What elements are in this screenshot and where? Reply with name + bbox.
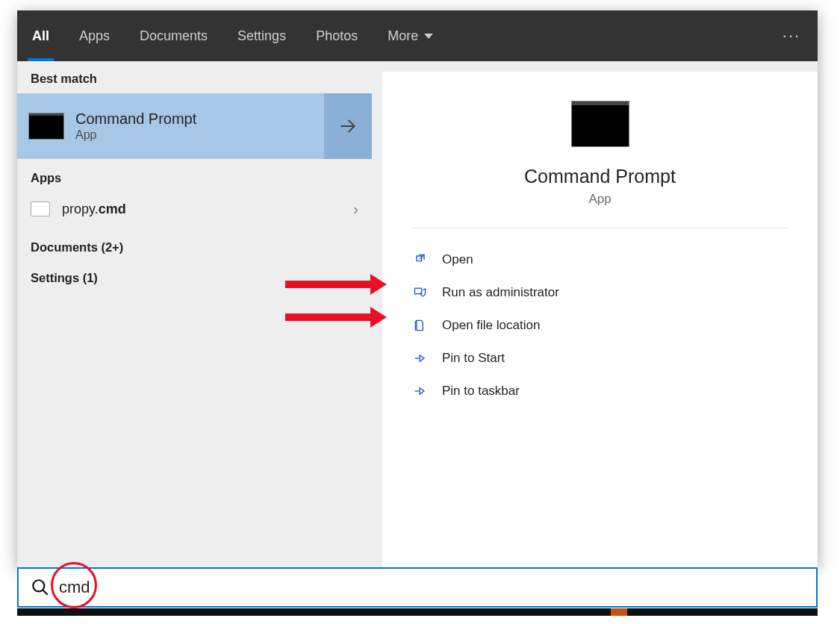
search-bar[interactable] (17, 567, 818, 608)
search-icon (31, 578, 50, 597)
action-run-as-administrator[interactable]: Run as administrator (412, 276, 788, 309)
chevron-down-icon (424, 34, 433, 39)
search-filter-tabs: All Apps Documents Settings Photos More … (17, 10, 818, 61)
best-match-result[interactable]: Command Prompt App (17, 93, 372, 159)
cmd-app-icon-large (572, 102, 629, 146)
app-result-propy-cmd[interactable]: propy.cmd › (17, 190, 372, 228)
action-pin-start-label: Pin to Start (442, 351, 505, 366)
action-open[interactable]: Open (412, 243, 788, 276)
windows-search-flyout: All Apps Documents Settings Photos More … (17, 10, 818, 567)
cmd-app-icon (29, 113, 63, 139)
action-open-file-location[interactable]: Open file location (412, 309, 788, 342)
app-result-label: propy.cmd (62, 202, 341, 217)
tab-photos[interactable]: Photos (301, 10, 373, 61)
tab-settings[interactable]: Settings (223, 10, 301, 61)
tab-documents[interactable]: Documents (125, 10, 223, 61)
pin-icon (412, 350, 429, 366)
detail-title: Command Prompt (524, 166, 676, 187)
arrow-right-icon (338, 116, 358, 136)
taskbar-sliver (17, 608, 818, 616)
section-apps: Apps (17, 159, 372, 190)
tab-label-settings: Settings (237, 28, 286, 44)
options-button[interactable]: ··· (773, 10, 810, 61)
best-match-title: Command Prompt (75, 110, 196, 128)
tab-label-more: More (388, 28, 418, 44)
detail-subtitle: App (588, 192, 611, 207)
results-list-pane: Best match Command Prompt App Apps (17, 61, 372, 567)
tab-label-apps: Apps (79, 28, 110, 44)
best-match-expand-button[interactable] (324, 93, 372, 159)
open-icon (412, 252, 429, 268)
ellipsis-icon: ··· (783, 26, 800, 46)
tab-more[interactable]: More (373, 10, 448, 61)
svg-point-1 (33, 580, 44, 591)
action-pin-taskbar-label: Pin to taskbar (442, 384, 520, 399)
search-input[interactable] (57, 577, 809, 598)
tab-apps[interactable]: Apps (64, 10, 125, 61)
shield-icon (412, 284, 429, 301)
section-best-match: Best match (17, 61, 372, 93)
tab-all[interactable]: All (17, 10, 64, 61)
action-open-label: Open (442, 252, 473, 267)
tab-label-documents: Documents (140, 28, 208, 44)
pin-icon (412, 383, 429, 399)
chevron-right-icon: › (353, 201, 358, 218)
svg-line-2 (43, 590, 47, 594)
best-match-subtitle: App (75, 128, 196, 143)
file-icon (31, 202, 50, 216)
action-pin-to-start[interactable]: Pin to Start (412, 342, 788, 375)
action-list: Open Run as administrator Open file loca… (382, 228, 818, 422)
section-settings[interactable]: Settings (1) (17, 259, 372, 290)
results-body: Best match Command Prompt App Apps (17, 61, 818, 567)
action-open-loc-label: Open file location (442, 318, 540, 333)
folder-icon (412, 317, 429, 334)
action-pin-to-taskbar[interactable]: Pin to taskbar (412, 375, 788, 408)
detail-header: Command Prompt App (412, 72, 788, 228)
action-run-admin-label: Run as administrator (442, 285, 559, 300)
tab-label-all: All (32, 28, 49, 44)
tab-label-photos: Photos (316, 28, 358, 44)
section-documents[interactable]: Documents (2+) (17, 228, 372, 259)
result-detail-pane: Command Prompt App Open Run as administr… (382, 72, 818, 567)
